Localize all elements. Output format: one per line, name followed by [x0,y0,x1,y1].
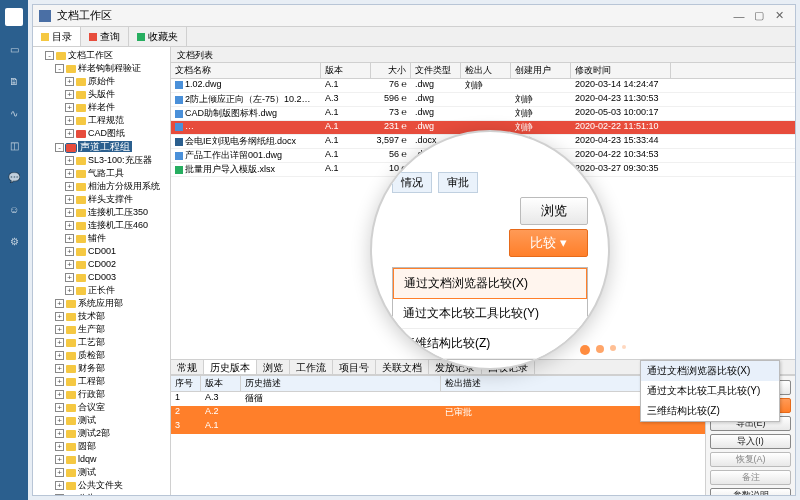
settings-icon[interactable]: ⚙ [7,236,21,250]
detail-tab[interactable]: 常规 [171,360,204,374]
col-user[interactable]: 创建用户 [511,63,571,78]
detail-tab[interactable]: 项目号 [333,360,376,374]
col-name[interactable]: 文档名称 [171,63,321,78]
lens-menu-text[interactable]: 通过文本比较工具比较(Y) [393,299,587,329]
compare-menu-small: 通过文档浏览器比较(X) 通过文本比较工具比较(Y) 三维结构比较(Z) [640,360,780,422]
lens-browse-button[interactable]: 浏览 [520,197,588,225]
lens-col1: 情况 [392,172,432,193]
detail-tab[interactable]: 历史版本 [204,360,257,374]
menu-item-text-compare[interactable]: 通过文本比较工具比较(Y) [641,381,779,401]
titlebar: 文档工作区 — ▢ ✕ [33,5,795,27]
close-button[interactable]: ✕ [769,9,789,22]
zoom-indicator [580,345,626,355]
menu-item-browser-compare[interactable]: 通过文档浏览器比较(X) [641,361,779,381]
param-button[interactable]: 参数说明 [710,488,791,495]
avatar[interactable] [5,8,23,26]
chart-icon[interactable]: ∿ [7,108,21,122]
min-button[interactable]: — [729,10,749,22]
zoom-lens: 情况 审批 浏览 比较 ▾ 通过文档浏览器比较(X) 通过文本比较工具比较(Y)… [370,130,610,370]
tab-fav[interactable]: 收藏夹 [129,27,187,46]
monitor-icon[interactable]: ▭ [7,44,21,58]
tab-search[interactable]: 查询 [81,27,129,46]
toolbar: 目录 查询 收藏夹 [33,27,795,47]
lens-col2: 审批 [438,172,478,193]
max-button[interactable]: ▢ [749,9,769,22]
history-row[interactable]: 3A.1 [171,420,705,434]
tab-dir[interactable]: 目录 [33,27,81,46]
col-ver[interactable]: 版本 [321,63,371,78]
doc-icon[interactable]: 🗎 [7,76,21,90]
window-title: 文档工作区 [57,8,729,23]
col-out[interactable]: 检出人 [461,63,511,78]
chat-icon[interactable]: 💬 [7,172,21,186]
folder-tree[interactable]: -文档工作区-样老钩制程验证+原始件+头版件+样老件+工程规范+CAD图纸-声道… [33,47,171,495]
lens-compare-menu: 通过文档浏览器比较(X) 通过文本比较工具比较(Y) 三维结构比较(Z) [392,267,588,360]
menu-item-3d-compare[interactable]: 三维结构比较(Z) [641,401,779,421]
lens-menu-browser[interactable]: 通过文档浏览器比较(X) [393,268,587,299]
col-type[interactable]: 文件类型 [411,63,461,78]
user-icon[interactable]: ☺ [7,204,21,218]
detail-tab[interactable]: 关联文档 [376,360,429,374]
history-row[interactable]: 2A.2已审批 [171,406,705,420]
restore-button[interactable]: 恢复(A) [710,452,791,467]
cube-icon[interactable]: ◫ [7,140,21,154]
history-row[interactable]: 1A.3循循 [171,392,705,406]
detail-tab[interactable]: 工作流 [290,360,333,374]
lens-compare-button[interactable]: 比较 ▾ [509,229,588,257]
note-button[interactable]: 备注 [710,470,791,485]
col-size[interactable]: 大小 [371,63,411,78]
file-row[interactable]: 1.02.dwgA.176 ℮.dwg刘静2020-03-14 14:24:47 [171,79,795,93]
import-button[interactable]: 导入(I) [710,434,791,449]
history-table: 序号 版本 历史描述 检出描述 审阅意见 1A.3循循2A.2已审批3A.1 [171,376,705,495]
file-row[interactable]: 2防上倾应正向（左-75）10.2…A.3596 ℮.dwg刘静2020-04-… [171,93,795,107]
list-header: 文档列表 [171,47,795,63]
col-time[interactable]: 修改时间 [571,63,671,78]
app-icon [39,10,51,22]
detail-tab[interactable]: 浏览 [257,360,290,374]
file-row[interactable]: CAD助制版图标料.dwgA.173 ℮.dwg刘静2020-05-03 10:… [171,107,795,121]
app-sidebar: ▭ 🗎 ∿ ◫ 💬 ☺ ⚙ [0,0,28,500]
